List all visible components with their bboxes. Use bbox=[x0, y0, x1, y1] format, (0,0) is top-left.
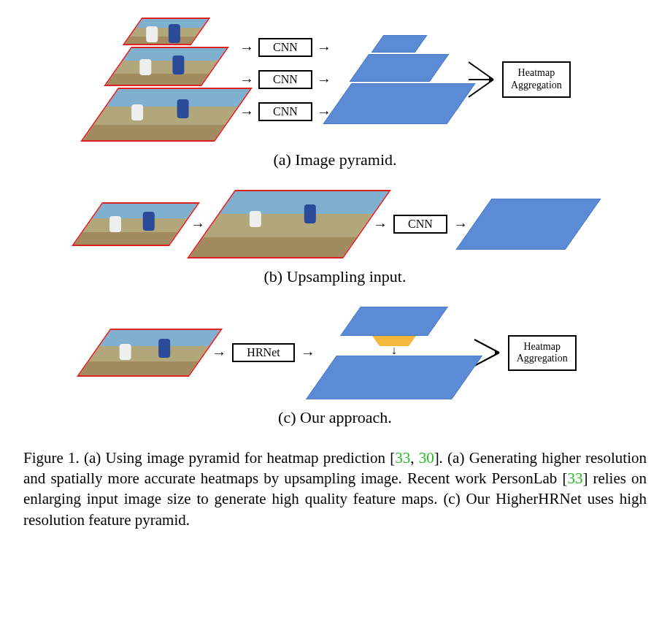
cnn-box: CNN bbox=[393, 215, 447, 234]
cnn-box: CNN bbox=[258, 70, 312, 89]
panel-c: → HRNet → ↓ Heatmap Aggregation bbox=[23, 307, 647, 399]
arrow-right-icon: → bbox=[373, 217, 388, 231]
caption-text: Figure 1. (a) Using image pyramid for he… bbox=[23, 449, 395, 467]
cnn-box: CNN bbox=[258, 38, 312, 57]
cnn-box: CNN bbox=[258, 102, 312, 121]
feature-map-top bbox=[340, 307, 448, 336]
feature-map-bottom bbox=[306, 356, 482, 399]
arrow-right-icon: → bbox=[317, 40, 331, 55]
input-image bbox=[77, 329, 223, 377]
cnn-column: → CNN → → CNN → → CNN → bbox=[239, 38, 331, 121]
subcaption-c: (c) Our approach. bbox=[23, 408, 647, 427]
input-image bbox=[72, 202, 200, 246]
arrow-right-icon: → bbox=[212, 345, 226, 360]
svg-line-2 bbox=[469, 80, 493, 97]
hrnet-box: HRNet bbox=[232, 343, 294, 362]
arrow-right-icon: → bbox=[190, 217, 205, 231]
arrow-right-icon: → bbox=[301, 345, 315, 360]
citation-link[interactable]: 30 bbox=[419, 449, 434, 467]
heatmap-aggregation-box: Heatmap Aggregation bbox=[508, 335, 577, 372]
agg-label-line1: Heatmap bbox=[523, 341, 561, 352]
citation-link[interactable]: 33 bbox=[395, 449, 410, 467]
agg-label-line1: Heatmap bbox=[518, 67, 555, 78]
input-image-large bbox=[80, 88, 253, 142]
heatmap-large bbox=[323, 83, 475, 124]
heatmap-pyramid-stack bbox=[337, 35, 461, 124]
heatmap-small bbox=[371, 35, 427, 53]
arrow-right-icon: → bbox=[239, 40, 254, 55]
heatmap-aggregation-box: Heatmap Aggregation bbox=[502, 61, 571, 98]
upsampled-image bbox=[187, 190, 391, 258]
input-image-mid bbox=[104, 47, 229, 86]
merge-arrows-icon bbox=[467, 58, 496, 101]
image-pyramid-stack bbox=[99, 18, 234, 142]
agg-label-line2: Aggregation bbox=[511, 80, 562, 91]
agg-label-line2: Aggregation bbox=[517, 353, 568, 364]
arrow-right-icon: → bbox=[317, 72, 331, 87]
subcaption-b: (b) Upsampling input. bbox=[23, 267, 647, 286]
heatmap-output bbox=[455, 199, 601, 250]
arrow-down-icon: ↓ bbox=[391, 346, 397, 356]
input-image-small bbox=[123, 18, 211, 45]
figure-caption: Figure 1. (a) Using image pyramid for he… bbox=[23, 448, 647, 530]
heatmap-mid bbox=[350, 54, 450, 82]
subcaption-a: (a) Image pyramid. bbox=[23, 150, 647, 169]
arrow-right-icon: → bbox=[239, 72, 254, 87]
arrow-right-icon: → bbox=[453, 217, 468, 231]
svg-line-0 bbox=[469, 62, 493, 80]
arrow-right-icon: → bbox=[239, 104, 254, 119]
svg-marker-6 bbox=[495, 350, 499, 356]
citation-link[interactable]: 33 bbox=[567, 469, 582, 487]
caption-text: , bbox=[410, 449, 418, 467]
merge-arrows-icon bbox=[473, 331, 502, 375]
panel-b: → → CNN → bbox=[23, 190, 647, 258]
feature-pyramid-stack: ↓ bbox=[321, 307, 467, 399]
panel-a: → CNN → → CNN → → CNN → Heatmap Aggregat… bbox=[23, 18, 647, 142]
